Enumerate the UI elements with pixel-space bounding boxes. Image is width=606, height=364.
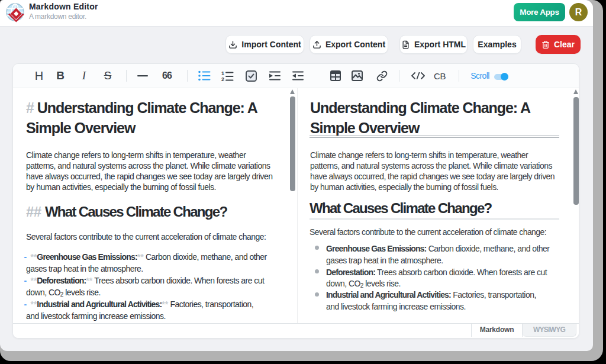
svg-text:1: 1 (221, 70, 224, 76)
svg-text:2: 2 (221, 76, 224, 82)
